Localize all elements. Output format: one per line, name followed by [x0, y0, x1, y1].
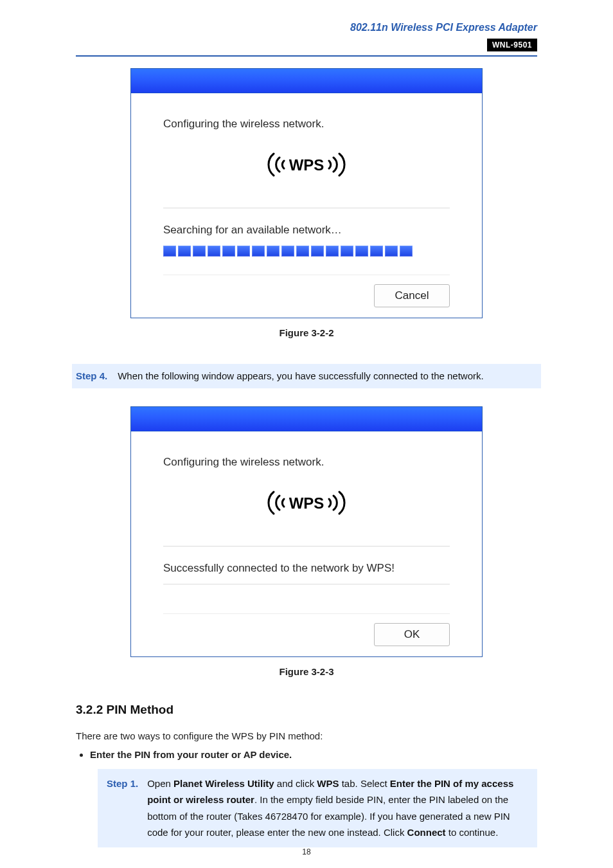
progress-segment [208, 246, 220, 257]
progress-segment [252, 246, 265, 257]
progress-segment [237, 246, 250, 257]
progress-segment [355, 246, 368, 257]
dialog-status: Searching for an available network… [163, 224, 450, 237]
progress-segment [370, 246, 383, 257]
progress-bar [163, 246, 450, 257]
step-1-text: Open Planet Wireless Utility and click W… [147, 775, 528, 841]
progress-segment [311, 246, 324, 257]
header-rule [76, 55, 537, 57]
progress-segment [222, 246, 235, 257]
figure-3-2-3: Configuring the wireless network. WPS [130, 406, 483, 657]
progress-segment [400, 246, 413, 257]
progress-segment [178, 246, 191, 257]
dialog-titlebar [131, 69, 482, 93]
section-heading-3-2-2: 3.2.2 PIN Method [76, 703, 537, 717]
cancel-button[interactable]: Cancel [374, 284, 450, 307]
dialog-titlebar [131, 407, 482, 431]
figure-caption-3-2-3: Figure 3-2-3 [76, 666, 537, 677]
wps-logo-text: WPS [289, 494, 324, 512]
step-1-banner: Step 1. Open Planet Wireless Utility and… [98, 769, 537, 847]
wps-dialog-searching: Configuring the wireless network. WPS [130, 68, 483, 318]
progress-segment [163, 246, 176, 257]
model-badge: WNL-9501 [487, 39, 537, 51]
page-number: 18 [0, 847, 613, 856]
step-4-banner: Step 4. When the following window appear… [72, 364, 541, 388]
step-4-label: Step 4. [75, 369, 107, 383]
wps-logo-text: WPS [289, 156, 324, 174]
dialog-message: Configuring the wireless network. [163, 118, 450, 131]
step-1-label: Step 1. [105, 775, 138, 841]
page-header: 802.11n Wireless PCI Express Adapter WNL… [76, 22, 537, 57]
progress-segment [296, 246, 309, 257]
dialog-message: Configuring the wireless network. [163, 456, 450, 469]
progress-segment [267, 246, 280, 257]
progress-segment [326, 246, 339, 257]
wps-logo: WPS [163, 149, 450, 183]
figure-caption-3-2-2: Figure 3-2-2 [76, 327, 537, 338]
progress-segment [385, 246, 398, 257]
bullet-enter-pin: Enter the PIN from your router or AP dev… [90, 749, 537, 760]
wps-dialog-success: Configuring the wireless network. WPS [130, 406, 483, 657]
progress-segment [281, 246, 294, 257]
step-4-text: When the following window appears, you h… [118, 369, 484, 383]
wps-logo: WPS [163, 487, 450, 521]
header-title: 802.11n Wireless PCI Express Adapter [76, 22, 537, 33]
progress-segment [193, 246, 206, 257]
figure-3-2-2: Configuring the wireless network. WPS [130, 68, 483, 318]
progress-segment [341, 246, 353, 257]
ok-button[interactable]: OK [374, 623, 450, 646]
dialog-status-success: Successfully connected to the network by… [163, 562, 450, 575]
section-intro: There are two ways to configure the WPS … [76, 728, 537, 744]
